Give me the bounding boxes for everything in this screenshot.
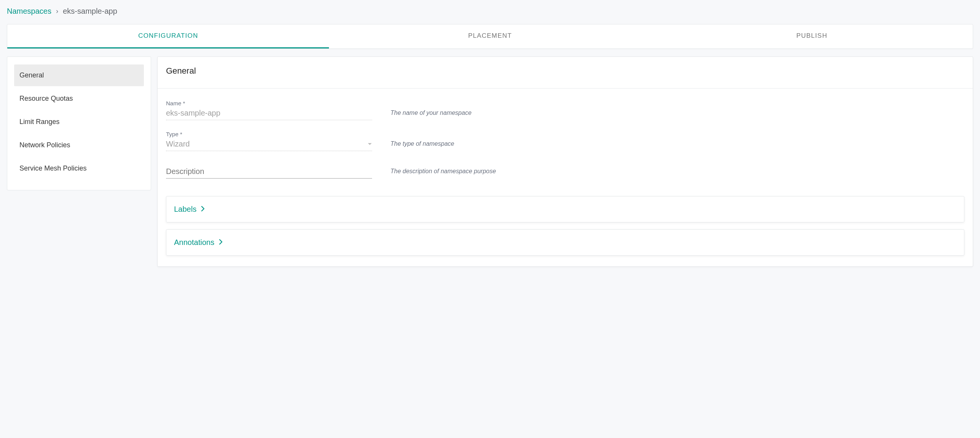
sidebar-item-network-policies[interactable]: Network Policies bbox=[14, 134, 144, 156]
sidebar-item-resource-quotas[interactable]: Resource Quotas bbox=[14, 88, 144, 109]
breadcrumb: Namespaces › eks-sample-app bbox=[7, 7, 973, 16]
chevron-right-icon bbox=[201, 206, 205, 213]
annotations-card[interactable]: Annotations bbox=[166, 229, 964, 256]
tab-publish[interactable]: PUBLISH bbox=[651, 24, 973, 48]
sidebar-item-service-mesh-policies[interactable]: Service Mesh Policies bbox=[14, 158, 144, 179]
type-field-label: Type * bbox=[166, 131, 372, 137]
type-field[interactable]: Wizard bbox=[166, 138, 372, 151]
name-field-label: Name * bbox=[166, 100, 372, 106]
labels-card[interactable]: Labels bbox=[166, 196, 964, 222]
chevron-down-icon bbox=[368, 142, 372, 147]
tab-placement[interactable]: PLACEMENT bbox=[329, 24, 651, 48]
sidebar-item-general[interactable]: General bbox=[14, 64, 144, 86]
form-row-type: Type * Wizard The type of namespace bbox=[166, 131, 964, 151]
description-field-help: The description of namespace purpose bbox=[390, 168, 496, 179]
form-row-name: Name * The name of your namespace bbox=[166, 100, 964, 120]
name-field-help: The name of your namespace bbox=[390, 109, 472, 120]
type-field-help: The type of namespace bbox=[390, 140, 454, 151]
top-tabs: CONFIGURATION PLACEMENT PUBLISH bbox=[7, 24, 973, 49]
panel-title: General bbox=[166, 66, 964, 76]
chevron-right-icon bbox=[219, 239, 222, 246]
annotations-card-label: Annotations bbox=[174, 238, 214, 247]
sidebar-item-limit-ranges[interactable]: Limit Ranges bbox=[14, 111, 144, 133]
type-select-value[interactable]: Wizard bbox=[166, 140, 368, 148]
breadcrumb-current: eks-sample-app bbox=[63, 7, 117, 16]
description-field[interactable] bbox=[166, 166, 372, 179]
main-panel: General Name * The name of your namespac… bbox=[157, 56, 973, 267]
form-row-description: The description of namespace purpose bbox=[166, 166, 964, 179]
labels-card-label: Labels bbox=[174, 205, 197, 214]
breadcrumb-parent-link[interactable]: Namespaces bbox=[7, 7, 52, 16]
description-input[interactable] bbox=[166, 167, 372, 176]
name-input[interactable] bbox=[166, 109, 372, 118]
breadcrumb-separator: › bbox=[56, 7, 58, 15]
tab-configuration[interactable]: CONFIGURATION bbox=[7, 24, 329, 48]
sidebar-nav: General Resource Quotas Limit Ranges Net… bbox=[7, 56, 151, 190]
panel-header: General bbox=[158, 57, 973, 89]
name-field[interactable] bbox=[166, 107, 372, 120]
